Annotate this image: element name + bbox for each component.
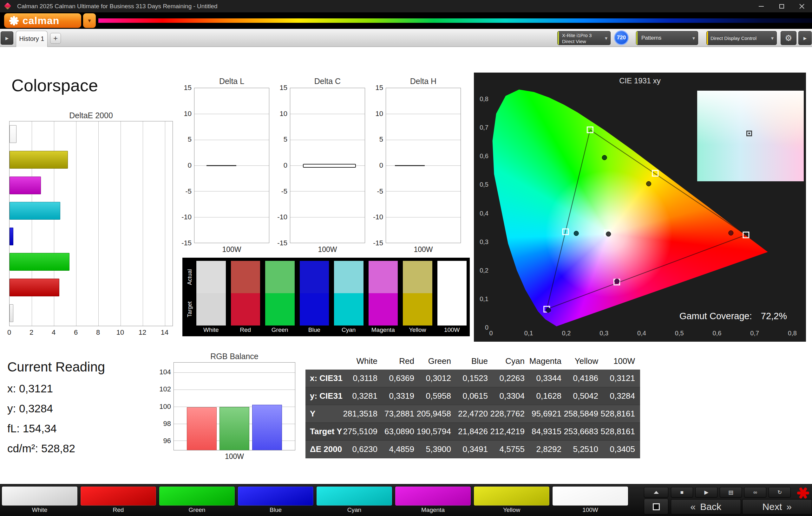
cie-ytick-label: 0,1 — [480, 295, 489, 303]
logo-bar: calman ▾ — [0, 12, 812, 29]
actual-row-label: Actual — [185, 261, 195, 293]
table-cell: 0,3012 — [419, 370, 456, 387]
swatch-label: Cyan — [334, 326, 364, 334]
table-cell: 21,8426 — [456, 423, 493, 441]
deltae-xtick-label: 8 — [96, 328, 100, 337]
rgb-ytick-label: 100 — [159, 402, 171, 411]
delta-ytick-label: -10 — [373, 213, 383, 221]
table-cell: 0,3281 — [346, 387, 382, 405]
chevron-down-icon: ▾ — [605, 35, 607, 41]
display-control-dropdown[interactable]: Direct Display Control ▾ — [706, 31, 777, 45]
cie-xtick-label: 0,8 — [788, 330, 797, 337]
save-button[interactable]: ▤ — [720, 487, 742, 497]
table-cell: 0,3284 — [603, 387, 640, 405]
table-header: White — [346, 353, 382, 370]
stop-button[interactable]: ■ — [671, 487, 693, 497]
table-cell: 228,7762 — [493, 405, 530, 423]
cie-yticks: 0,80,70,60,50,40,30,20,10 — [475, 85, 489, 328]
table-cell: 253,6683 — [567, 423, 603, 441]
delta-ytick-label: 15 — [376, 84, 383, 92]
close-button[interactable] — [792, 0, 812, 12]
pattern-button-red[interactable] — [80, 486, 156, 506]
reading-fl: fL: 154,34 — [7, 422, 57, 435]
rgb-bar-red — [187, 407, 216, 450]
refresh-icon: ↻ — [777, 489, 782, 496]
status-asterisk-icon — [797, 487, 809, 499]
main-menu-button[interactable]: ▾ — [83, 13, 96, 28]
rgb-bar-green — [220, 407, 249, 450]
delta-l-ylabels: 151050-5-10-15 — [174, 88, 192, 243]
delta-gridline — [195, 217, 269, 217]
cie-ytick-label: 0,4 — [480, 210, 489, 217]
settings-button[interactable]: ⚙ — [781, 31, 796, 45]
delta-ytick-label: -15 — [181, 239, 192, 247]
minimize-button[interactable] — [751, 0, 772, 12]
pattern-window-button[interactable] — [644, 499, 668, 514]
workflow-nav-left-button[interactable]: ▸ — [1, 31, 13, 45]
refresh-button[interactable]: ↻ — [768, 487, 791, 497]
patterns-dropdown[interactable]: Patterns ▾ — [636, 31, 698, 45]
meter-dropdown[interactable]: X-Rite i1Pro 3 Direct View ▾ — [557, 31, 611, 45]
tab-bar: ▸ History 1 + X-Rite i1Pro 3 Direct View… — [0, 29, 812, 47]
pattern-button-blue[interactable] — [238, 486, 314, 506]
workflow-nav-right-button[interactable]: ▸ — [799, 31, 812, 45]
window-icon — [653, 503, 660, 510]
tab-history-1[interactable]: History 1 — [16, 31, 48, 47]
deltae-bar-blue — [9, 227, 13, 245]
delta-ytick-label: -10 — [181, 213, 192, 221]
cie-xtick-label: 0 — [489, 330, 493, 337]
pattern-button-green[interactable] — [159, 486, 235, 506]
save-icon: ▤ — [728, 489, 733, 496]
rgb-ytick-label: 102 — [159, 385, 171, 393]
cie-panel: CIE 1931 xy 00,10,20,30,40,50,60,70,8 0,… — [474, 72, 806, 342]
calman-window: Calman 2025 Calman Ultimate for Business… — [0, 0, 812, 516]
gear-icon: ⚙ — [785, 33, 792, 43]
swatch-column-blue: Blue — [300, 261, 329, 334]
delta-ytick-label: 10 — [376, 110, 383, 118]
reading-cdm2: cd/m²: 528,82 — [7, 442, 75, 455]
delta-h-ylabels: 151050-5-10-15 — [366, 88, 383, 243]
rgb-gridline — [174, 372, 295, 373]
delta-ytick-label: -5 — [377, 187, 383, 195]
swatch-label: Yellow — [403, 326, 432, 334]
cie-xtick-label: 0,2 — [562, 330, 571, 337]
deltae-bar-row — [9, 198, 173, 224]
deltae-bar-rows — [9, 121, 173, 326]
cie-xtick-label: 0,1 — [524, 330, 533, 337]
delta-ytick-label: 5 — [188, 135, 192, 144]
swatch-actual — [403, 261, 432, 293]
cie-measured-green — [602, 155, 607, 160]
delta-ytick-label: -5 — [185, 187, 192, 195]
pattern-button-100w[interactable] — [552, 486, 628, 506]
add-tab-button[interactable]: + — [50, 33, 61, 44]
collapse-panel-button[interactable] — [644, 487, 668, 497]
chevron-down-icon: ▾ — [88, 17, 91, 24]
cie-inset-marker — [746, 130, 752, 136]
chevron-down-icon: ▾ — [692, 35, 695, 41]
pattern-label: 100W — [552, 506, 628, 514]
pattern-button-white[interactable] — [2, 486, 78, 506]
delta-gridline — [195, 140, 269, 140]
play-button[interactable]: ▶ — [695, 487, 718, 497]
maximize-button[interactable] — [772, 0, 792, 12]
patterns-label: Patterns — [641, 35, 661, 41]
table-row-label: Target Y — [306, 423, 346, 441]
rgb-bar-blue — [252, 405, 282, 450]
continuous-measure-button[interactable]: ∞ — [744, 487, 766, 497]
pattern-100w: 100W — [552, 486, 628, 514]
next-button[interactable]: Next » — [742, 499, 812, 514]
pattern-button-yellow[interactable] — [473, 486, 550, 506]
back-button[interactable]: « Back — [671, 499, 741, 514]
gamut-coverage-label: Gamut Coverage: — [679, 311, 752, 322]
table-cell: 0,3344 — [530, 370, 567, 387]
cie-xticks: 00,10,20,30,40,50,60,70,8 — [491, 330, 792, 338]
pattern-button-magenta[interactable] — [395, 486, 471, 506]
deltae-xtick-label: 0 — [7, 328, 11, 337]
swatch-target — [300, 293, 329, 326]
cie-ytick-label: 0,3 — [480, 238, 489, 246]
calman-logo[interactable]: calman — [4, 13, 81, 28]
deltae-bar-100w — [9, 304, 13, 322]
rgb-gridline — [174, 390, 295, 390]
pattern-button-cyan[interactable] — [316, 486, 393, 506]
sync-badge[interactable]: 720 — [614, 30, 629, 45]
